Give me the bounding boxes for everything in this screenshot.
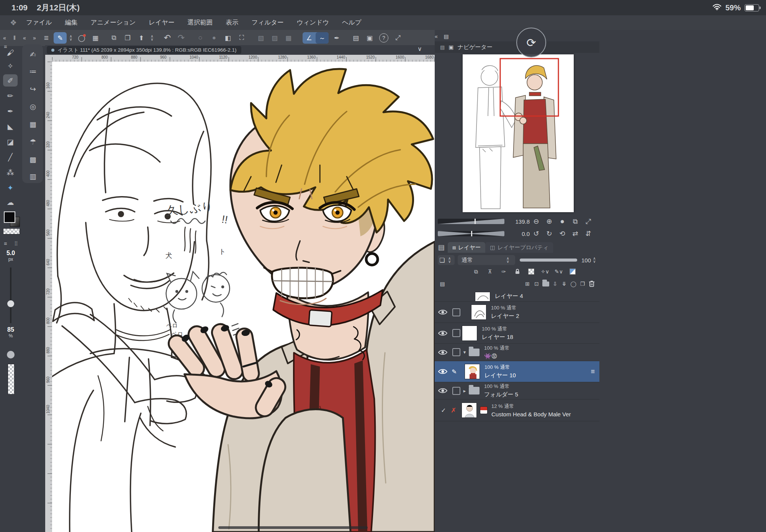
new-vector-layer-icon[interactable]: ⊡ [532, 278, 541, 290]
clip-to-layer-below-icon[interactable]: ⧉ [471, 266, 481, 277]
folder-expand-chevron-icon[interactable]: ▾ [460, 349, 469, 355]
blend-mode-dropdown[interactable]: 通常 ∧∨ [458, 255, 515, 265]
menu-filter[interactable]: フィルター [251, 18, 283, 27]
select-wand-options-icon[interactable]: ✧∨ [540, 266, 550, 277]
tab-layer-property[interactable]: ◫ レイヤープロパティ [485, 242, 553, 253]
dock-panel-icon[interactable]: ▤ [442, 31, 451, 42]
keyboard-panel-icon[interactable]: ▤ [349, 32, 362, 44]
expand-icon[interactable]: » [30, 32, 39, 44]
file-options-chevrons[interactable]: ∧∨ [149, 32, 155, 44]
layer-row[interactable]: 100 % 通常 レイヤー 2 [435, 302, 599, 323]
grid-view-icon[interactable]: ▦ [89, 32, 102, 44]
layer-folder-row[interactable]: ▸ 100 % 通常 フォルダー 5 [435, 382, 599, 399]
actual-size-icon[interactable]: ⤢ [582, 216, 595, 226]
transparent-color-swatch[interactable] [3, 228, 20, 234]
layer-visibility-eye-icon[interactable] [437, 330, 448, 336]
select-rect-icon[interactable]: ▧ [254, 32, 267, 44]
new-layer-icon[interactable]: ⊞ [523, 278, 532, 290]
tone-pattern-icon[interactable]: ▩ [24, 152, 42, 166]
zoom-reset-icon[interactable]: ⏺︎ [556, 216, 569, 226]
layer-folder-row[interactable]: ▾ 100 % 通常 👾😡 [435, 344, 599, 361]
navigator-panel-icon[interactable]: ▤ [440, 44, 445, 50]
menu-edit[interactable]: 編集 [65, 18, 77, 27]
panel-divider-handle[interactable]: ‖ [10, 32, 19, 44]
tool-switch-chevrons[interactable]: ∧∨ [67, 32, 74, 44]
canvas-horizontal-scrollbar[interactable] [218, 526, 368, 529]
layer-select-checkbox[interactable] [452, 308, 460, 316]
liquify-droplets-icon[interactable]: ☂ [24, 135, 42, 149]
layer-palette-option-button[interactable]: ❏∧∨ [438, 255, 455, 265]
merge-down-icon[interactable]: ⤋ [560, 278, 569, 290]
lock-layer-icon[interactable] [513, 266, 522, 277]
tab-layer[interactable]: ⧈ レイヤー [448, 242, 485, 253]
layer-select-checkbox[interactable] [452, 387, 460, 395]
fullscreen-icon[interactable]: ⤢ [391, 32, 404, 44]
layer-thumbnail[interactable] [462, 326, 477, 341]
layer-select-checkbox[interactable] [452, 348, 460, 356]
new-canvas-icon[interactable]: ⧉ [107, 32, 120, 44]
layer-opacity-chevrons[interactable]: ∧∨ [591, 254, 598, 266]
menu-view[interactable]: 表示 [226, 18, 238, 27]
pen-pressure-icon[interactable]: ✒ [330, 32, 343, 44]
gesture-rotate-icon[interactable]: ◯ [75, 32, 88, 44]
blend-droplet-tool-icon[interactable]: ☁ [3, 196, 18, 208]
menu-window[interactable]: ウィンドウ [297, 18, 329, 27]
select-lasso-icon[interactable]: ▨ [268, 32, 281, 44]
layer-visibility-eye-icon[interactable] [437, 349, 448, 355]
texture-strip[interactable] [8, 364, 15, 394]
fit-to-screen-icon[interactable]: ⧉ [569, 216, 582, 226]
flip-vertical-icon[interactable]: ⇵ [582, 229, 595, 239]
subtool-edit-icon[interactable]: ✍ [24, 47, 42, 61]
pencil-tool-icon[interactable]: ✏ [3, 90, 18, 102]
snap-curve-icon[interactable]: ～ [316, 32, 329, 44]
menu-animation[interactable]: アニメーション [90, 18, 136, 27]
layer-row-selected[interactable]: ✎ 100 % 通常 レイヤー 10 ≡ [435, 361, 599, 382]
main-menu-icon[interactable]: ≡ [40, 32, 53, 44]
marker-tool-icon-selected[interactable]: ✐ [3, 74, 18, 87]
navigator-thumbnail[interactable] [463, 54, 574, 212]
collapse-right-panel-icon[interactable]: « [432, 31, 441, 42]
import-file-icon[interactable]: ❐ [121, 32, 134, 44]
layer-select-checkbox[interactable] [452, 329, 460, 337]
color-grid-icon[interactable]: ▦ [24, 117, 42, 131]
current-tool-button[interactable]: ✎ [54, 32, 67, 44]
primary-color-swatch[interactable] [4, 211, 15, 223]
snap-circle-icon[interactable]: ◌ [194, 32, 207, 44]
transfer-layer-icon[interactable]: ⇩ [550, 278, 560, 290]
pen-tool-icon[interactable]: ✒ [3, 105, 18, 117]
line-tool-icon[interactable]: ╱ [3, 151, 18, 163]
rotation-reset-icon[interactable]: ⟲ [556, 229, 569, 239]
snap-line-icon[interactable]: ∠ [303, 32, 316, 44]
menu-layer[interactable]: レイヤー [149, 18, 174, 27]
layer-check-icon[interactable]: ✓ [439, 407, 448, 414]
help-circle-icon[interactable]: ? [379, 33, 388, 43]
menu-file[interactable]: ファイル [26, 18, 52, 27]
layer-panel-list-icon[interactable]: ▤ [435, 242, 448, 253]
rotate-cw-icon[interactable]: ↻ [543, 229, 556, 239]
layer-row[interactable]: ✓ ✗ 12 % 通常 Custom Head & Body Male Ver [435, 399, 599, 421]
material-panel-icon[interactable]: ▣ [363, 32, 376, 44]
brush-size-slider-knob[interactable] [7, 300, 14, 307]
menu-help[interactable]: ヘルプ [342, 18, 362, 27]
timeline-film-icon[interactable]: ▥ [24, 169, 42, 183]
brush-tool-icon[interactable]: 🖌︎ [3, 47, 18, 59]
layer-thumbnail[interactable] [465, 364, 480, 379]
layer-visibility-eye-icon[interactable] [437, 309, 448, 315]
delete-layer-icon[interactable] [587, 278, 596, 290]
opacity-slider-knob[interactable] [7, 351, 15, 358]
rotate-ccw-icon[interactable]: ↺ [530, 229, 543, 239]
decoration-sparkle-tool-icon[interactable]: ✦ [3, 182, 18, 194]
document-title-pill[interactable]: イラスト 111* (A5 2039 x 2894px 350dpi 139.8… [47, 46, 241, 54]
lock-transparent-pixels-icon[interactable] [527, 266, 536, 277]
layer-visibility-eye-icon[interactable] [437, 368, 448, 375]
layer-thumbnail[interactable] [475, 292, 490, 301]
airbrush-tool-icon[interactable]: ⁂ [3, 166, 18, 178]
zoom-in-icon[interactable]: ⊕ [543, 216, 556, 226]
select-options-icon[interactable]: ▩ [282, 32, 295, 44]
canvas-rotate-reset-button[interactable]: ⟳ [516, 28, 546, 57]
curve-modify-icon[interactable]: ↪ [24, 82, 42, 96]
slider-grip-icon[interactable]: ⁞⁞ [11, 237, 21, 250]
transform-frame-icon[interactable]: ⛶ [235, 32, 248, 44]
clip-studio-logo-icon[interactable]: ❖ [10, 18, 17, 27]
layer-list-view-icon[interactable]: ▤ [438, 278, 447, 290]
